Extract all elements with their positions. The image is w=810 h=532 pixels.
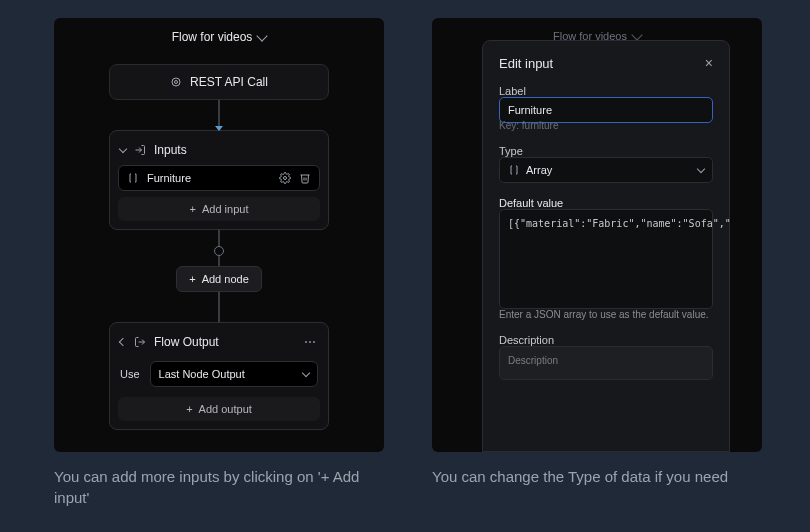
flow-edge — [218, 100, 220, 130]
svg-point-0 — [172, 78, 180, 86]
left-caption: You can add more inputs by clicking on '… — [54, 466, 384, 508]
rest-api-label: REST API Call — [190, 75, 268, 89]
more-icon[interactable]: ⋯ — [304, 335, 318, 349]
close-icon[interactable]: × — [705, 55, 713, 71]
type-value: Array — [526, 164, 552, 176]
flow-title: Flow for videos — [172, 30, 253, 44]
chevron-down-icon[interactable] — [119, 145, 127, 153]
input-item-label: Furniture — [147, 172, 191, 184]
plus-icon: + — [189, 273, 195, 285]
add-output-label: Add output — [199, 403, 252, 415]
add-output-button[interactable]: + Add output — [118, 397, 320, 421]
edit-input-modal: Edit input × Label Key: furniture Type — [482, 40, 730, 452]
input-item-row[interactable]: Furniture — [118, 165, 320, 191]
inputs-card: Inputs Furniture — [109, 130, 329, 230]
modal-title: Edit input — [499, 56, 553, 71]
use-label: Use — [120, 368, 140, 380]
type-field-label: Type — [499, 145, 713, 157]
svg-point-1 — [175, 81, 178, 84]
gear-icon[interactable] — [279, 172, 291, 184]
rest-api-node[interactable]: REST API Call — [109, 64, 329, 100]
output-icon — [134, 336, 146, 348]
add-node-label: Add node — [202, 273, 249, 285]
flow-title-bar[interactable]: Flow for videos — [54, 18, 384, 56]
chevron-left-icon[interactable] — [119, 338, 127, 346]
edit-input-panel: Flow for videos Edit input × Label Key: … — [432, 18, 762, 452]
svg-point-3 — [284, 177, 287, 180]
chevron-down-icon — [302, 369, 310, 377]
flow-edge — [218, 230, 220, 252]
flow-builder-panel: Flow for videos REST API Call — [54, 18, 384, 452]
type-select[interactable]: Array — [499, 157, 713, 183]
label-field-label: Label — [499, 85, 713, 97]
chevron-down-icon — [631, 29, 642, 40]
output-source-select[interactable]: Last Node Output — [150, 361, 318, 387]
add-input-button[interactable]: + Add input — [118, 197, 320, 221]
description-field-label: Description — [499, 334, 713, 346]
default-value-label: Default value — [499, 197, 713, 209]
inputs-header: Inputs — [154, 143, 187, 157]
plus-icon: + — [190, 203, 196, 215]
flow-edge — [218, 292, 220, 322]
output-source-value: Last Node Output — [159, 368, 245, 380]
plus-icon: + — [186, 403, 192, 415]
add-node-button[interactable]: + Add node — [176, 266, 262, 292]
chevron-down-icon — [697, 165, 705, 173]
target-icon — [170, 76, 182, 88]
default-value-hint: Enter a JSON array to use as the default… — [499, 309, 713, 320]
trash-icon[interactable] — [299, 172, 311, 184]
description-textarea[interactable]: Description — [499, 346, 713, 380]
flow-output-header: Flow Output — [154, 335, 219, 349]
flow-output-card: Flow Output ⋯ Use Last Node Output + Add — [109, 322, 329, 430]
right-caption: You can change the Type of data if you n… — [432, 466, 762, 487]
array-type-icon — [127, 172, 139, 184]
chevron-down-icon — [257, 30, 268, 41]
default-value-textarea[interactable]: [{"material":"Fabric","name":"Sofa"," — [499, 209, 713, 309]
add-input-label: Add input — [202, 203, 248, 215]
array-type-icon — [508, 164, 520, 176]
input-icon — [134, 144, 146, 156]
